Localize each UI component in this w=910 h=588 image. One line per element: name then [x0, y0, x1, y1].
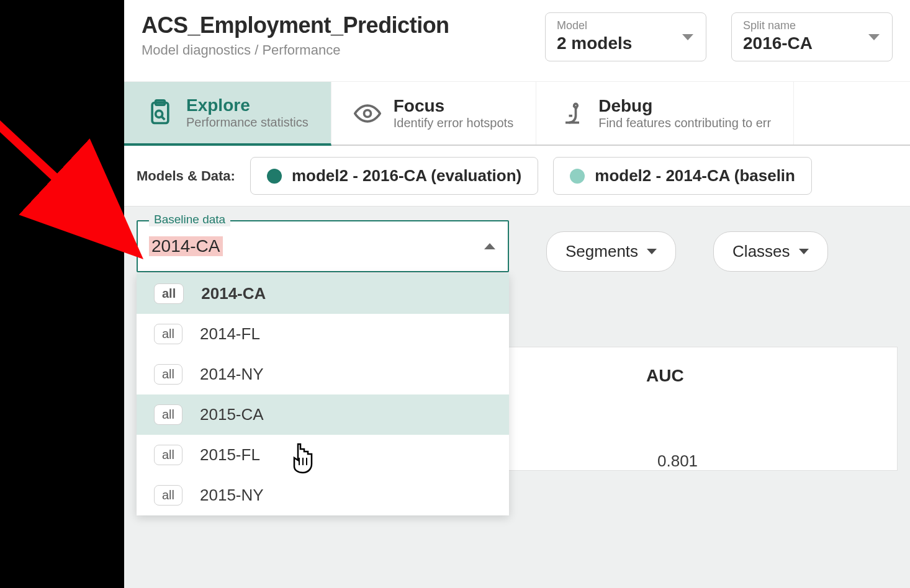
chip-baseline[interactable]: model2 - 2014-CA (baselin [553, 157, 812, 195]
option-label: 2015-CA [200, 405, 264, 424]
tab-explore-text: Explore Performance statistics [186, 96, 309, 130]
tab-debug-sub: Find features contributing to err [598, 116, 771, 130]
split-select-value: 2016-CA [743, 33, 881, 53]
model-select[interactable]: Model 2 models [545, 12, 706, 61]
svg-point-2 [156, 110, 163, 117]
page-header: ACS_Employment_Prediction Model diagnost… [124, 0, 910, 82]
title-block: ACS_Employment_Prediction Model diagnost… [142, 12, 520, 58]
clipboard-search-icon [146, 99, 174, 127]
baseline-legend: Baseline data [149, 213, 230, 226]
baseline-select[interactable]: Baseline data 2014-CA [137, 220, 509, 272]
svg-point-4 [364, 110, 371, 117]
dot-evaluation-icon [267, 169, 282, 184]
content-area: Baseline data 2014-CA all2014-CAall2014-… [124, 207, 910, 588]
chevron-down-icon [799, 249, 809, 254]
option-badge: all [154, 283, 184, 304]
microscope-icon [559, 100, 586, 127]
svg-line-3 [162, 117, 165, 120]
tab-focus-text: Focus Identify error hotspots [394, 96, 513, 130]
models-data-label: Models & Data: [137, 168, 235, 184]
segments-pill[interactable]: Segments [546, 231, 676, 272]
baseline-option[interactable]: all2015-NY [137, 475, 509, 515]
page-title: ACS_Employment_Prediction [142, 12, 520, 38]
classes-label: Classes [732, 242, 790, 261]
baseline-select-wrap: Baseline data 2014-CA all2014-CAall2014-… [137, 220, 509, 272]
chevron-down-icon [647, 249, 657, 254]
baseline-option[interactable]: all2014-CA [137, 274, 509, 314]
tabs-bar: Explore Performance statistics Focus Ide… [124, 82, 910, 146]
breadcrumb: Model diagnostics / Performance [142, 42, 520, 58]
chevron-down-icon [682, 34, 693, 40]
tab-focus-sub: Identify error hotspots [394, 116, 513, 130]
chip-evaluation[interactable]: model2 - 2016-CA (evaluation) [250, 157, 538, 195]
option-badge: all [154, 324, 182, 344]
col-header-auc: AUC [646, 366, 684, 386]
segments-label: Segments [565, 242, 638, 261]
option-badge: all [154, 404, 182, 425]
tab-focus[interactable]: Focus Identify error hotspots [331, 82, 536, 145]
option-label: 2015-FL [200, 445, 260, 465]
filter-row: Baseline data 2014-CA all2014-CAall2014-… [137, 220, 898, 272]
option-label: 2014-FL [200, 324, 260, 344]
option-label: 2014-NY [200, 365, 264, 384]
models-data-row: Models & Data: model2 - 2016-CA (evaluat… [124, 146, 910, 207]
option-badge: all [154, 445, 182, 465]
split-select-label: Split name [743, 19, 881, 32]
split-select[interactable]: Split name 2016-CA [731, 12, 893, 61]
tab-focus-title: Focus [394, 96, 513, 116]
baseline-selected-value: 2014-CA [149, 236, 223, 256]
tab-debug-title: Debug [598, 96, 771, 116]
dot-baseline-icon [570, 169, 585, 184]
tab-explore-title: Explore [186, 96, 309, 115]
chevron-down-icon [868, 34, 880, 40]
tab-explore-sub: Performance statistics [186, 115, 309, 130]
svg-point-5 [574, 104, 578, 107]
baseline-dropdown: all2014-CAall2014-FLall2014-NYall2015-CA… [137, 274, 509, 515]
baseline-option[interactable]: all2014-FL [137, 314, 509, 354]
app-frame: ACS_Employment_Prediction Model diagnost… [124, 0, 910, 588]
model-select-label: Model [557, 19, 695, 32]
baseline-option[interactable]: all2014-NY [137, 354, 509, 394]
eye-icon [354, 100, 381, 127]
baseline-value-row: 2014-CA [138, 221, 508, 256]
auc-value: 0.801 [657, 452, 698, 471]
option-label: 2014-CA [201, 284, 266, 303]
classes-pill[interactable]: Classes [713, 231, 827, 272]
left-margin-black [0, 0, 124, 588]
baseline-option[interactable]: all2015-CA [137, 394, 509, 435]
chip-baseline-label: model2 - 2014-CA (baselin [595, 166, 795, 185]
model-select-value: 2 models [557, 33, 695, 53]
tab-explore[interactable]: Explore Performance statistics [124, 82, 331, 146]
option-badge: all [154, 364, 182, 385]
chip-evaluation-label: model2 - 2016-CA (evaluation) [292, 166, 521, 185]
baseline-option[interactable]: all2015-FL [137, 435, 509, 475]
tab-debug[interactable]: Debug Find features contributing to err [536, 82, 794, 145]
tab-debug-text: Debug Find features contributing to err [598, 96, 771, 130]
chevron-up-icon [484, 243, 495, 249]
option-label: 2015-NY [200, 486, 264, 505]
option-badge: all [154, 485, 182, 506]
